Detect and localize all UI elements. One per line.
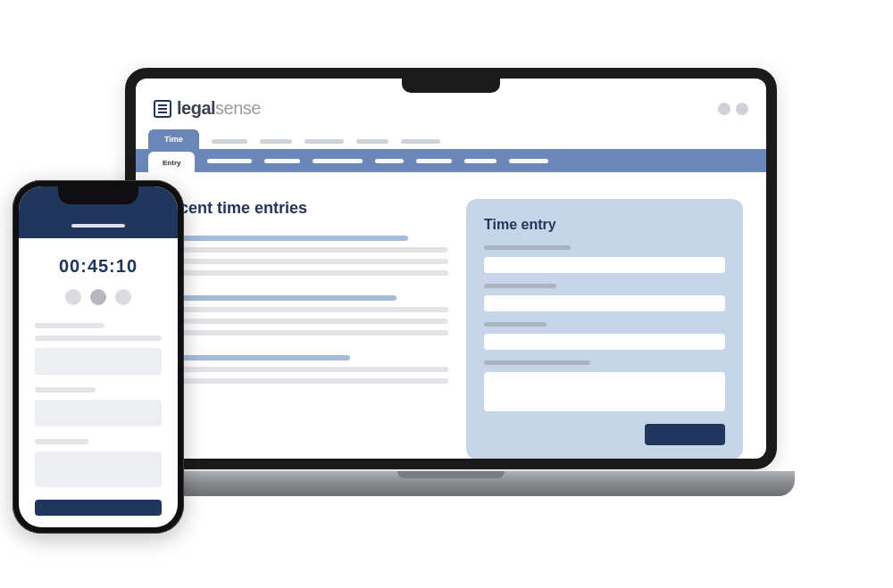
nav-item[interactable] [356, 139, 388, 144]
entry-block[interactable] [159, 295, 448, 335]
form-field[interactable] [484, 257, 725, 273]
secondary-nav: Entry [136, 149, 766, 172]
field-label [484, 245, 571, 250]
control-button-3[interactable] [115, 289, 131, 305]
brand-logo[interactable]: legalsense [154, 98, 261, 119]
laptop-base-notch [397, 471, 505, 478]
form-textarea[interactable] [35, 451, 162, 487]
recent-entries-panel: Recent time entries [159, 199, 448, 459]
placeholder-line [159, 270, 448, 276]
timer-display: 00:45:10 [35, 256, 162, 277]
placeholder-line [159, 330, 448, 335]
placeholder-line [159, 355, 350, 360]
nav-item[interactable] [305, 139, 344, 144]
phone-content: 00:45:10 [19, 238, 178, 525]
subnav-item[interactable] [375, 159, 404, 163]
control-button-1[interactable] [65, 289, 81, 305]
placeholder-line [159, 247, 448, 253]
submit-button[interactable] [645, 424, 725, 445]
topbar-action-2[interactable] [736, 103, 748, 115]
placeholder-line [159, 319, 448, 324]
tab-time[interactable]: Time [148, 129, 199, 149]
subnav-item[interactable] [264, 159, 300, 163]
field-label [35, 323, 104, 328]
subnav-item[interactable] [464, 159, 497, 163]
primary-nav: Time [136, 128, 766, 149]
placeholder-line [159, 378, 448, 384]
form-field[interactable] [35, 400, 162, 427]
subnav-item[interactable] [207, 159, 252, 163]
subnav-item[interactable] [416, 159, 452, 163]
field-label [35, 439, 88, 444]
brand-name: legalsense [177, 98, 261, 119]
main-content: Recent time entries [136, 172, 766, 459]
field-label [484, 284, 556, 288]
placeholder-line [159, 307, 448, 312]
laptop-body: legalsense Time Entry [125, 68, 777, 469]
subtab-entry[interactable]: Entry [148, 152, 195, 172]
placeholder-line [159, 367, 448, 372]
laptop-screen: legalsense Time Entry [136, 79, 766, 459]
control-button-2[interactable] [90, 289, 106, 305]
nav-item[interactable] [260, 139, 292, 144]
placeholder-line [159, 236, 408, 241]
laptop-base [107, 471, 795, 496]
entry-block[interactable] [159, 236, 448, 276]
nav-item[interactable] [401, 139, 440, 144]
placeholder-line [35, 335, 162, 341]
form-field[interactable] [35, 348, 162, 375]
field-label [35, 387, 96, 393]
subnav-item[interactable] [313, 159, 363, 163]
field-label [484, 360, 590, 365]
laptop-notch [402, 79, 500, 93]
subnav-item[interactable] [509, 159, 548, 163]
document-icon [154, 100, 171, 118]
entry-block[interactable] [159, 355, 448, 384]
timer-controls [35, 289, 162, 305]
nav-item[interactable] [212, 139, 247, 144]
field-label [484, 322, 547, 327]
submit-button[interactable] [35, 500, 162, 516]
placeholder-line [159, 295, 396, 301]
form-field[interactable] [484, 334, 725, 350]
phone-screen: 00:45:10 [19, 186, 178, 527]
time-entry-form: Time entry [466, 199, 743, 459]
form-textarea[interactable] [484, 372, 725, 411]
placeholder-line [159, 259, 448, 264]
form-heading: Time entry [484, 217, 725, 233]
topbar-action-1[interactable] [718, 103, 730, 115]
laptop-device: legalsense Time Entry [125, 68, 777, 496]
phone-device: 00:45:10 [13, 180, 184, 534]
phone-notch [58, 186, 138, 204]
recent-entries-heading: Recent time entries [159, 199, 448, 218]
form-field[interactable] [484, 295, 725, 311]
topbar-actions [718, 103, 748, 115]
